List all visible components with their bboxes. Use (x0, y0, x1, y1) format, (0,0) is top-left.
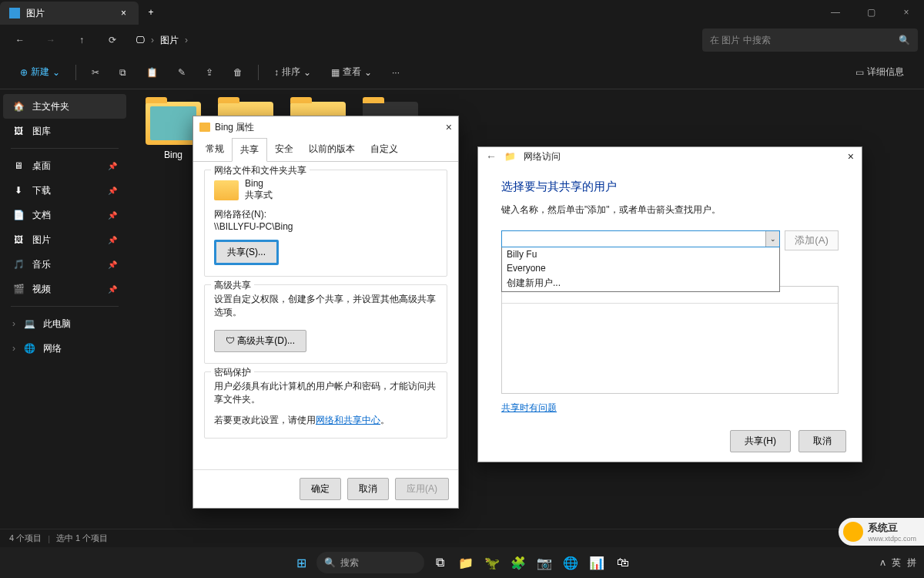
ok-button[interactable]: 确定 (300, 478, 341, 500)
shield-icon: 🛡 (226, 335, 235, 346)
taskview-button[interactable]: ⧉ (429, 552, 450, 573)
taskbar-search[interactable]: 🔍 搜索 (316, 552, 424, 573)
tab-close-icon[interactable]: × (118, 6, 129, 20)
tab-sharing[interactable]: 共享 (232, 138, 267, 162)
delete-button[interactable]: 🗑 (226, 61, 250, 84)
new-button[interactable]: ⊕ 新建 ⌄ (12, 61, 68, 84)
back-button[interactable]: ← (6, 28, 34, 52)
taskbar-app[interactable]: 🧩 (507, 552, 529, 573)
cancel-button[interactable]: 取消 (798, 430, 846, 452)
rename-button[interactable]: ✎ (170, 61, 193, 84)
taskbar: ⊞ 🔍 搜索 ⧉ 📁 🦖 🧩 📷 🌐 📊 🛍 ʌ 英 拼 (0, 547, 924, 578)
taskbar-app[interactable]: 🛍 (612, 552, 634, 573)
sidebar-item-thispc[interactable]: ›💻此电脑 (3, 311, 126, 336)
tab-security[interactable]: 安全 (267, 138, 301, 161)
sort-button[interactable]: ↕ 排序 ⌄ (266, 61, 319, 84)
forward-button[interactable]: → (37, 28, 65, 52)
sidebar-item-videos[interactable]: 🎬视频📌 (3, 277, 126, 301)
sidebar-item-gallery[interactable]: 🖼 图库 (3, 119, 126, 143)
sidebar: 🏠 主文件夹 🖼 图库 🖥桌面📌 ⬇下载📌 📄文档📌 🖼图片📌 🎵音乐📌 🎬视频… (0, 89, 129, 529)
search-box[interactable]: 在 图片 中搜索 🔍 (702, 29, 918, 52)
taskbar-app[interactable]: 📁 (455, 552, 477, 573)
dropdown-option[interactable]: 创建新用户... (502, 275, 779, 291)
share-button[interactable]: 共享(S)... (214, 240, 279, 265)
watermark-url: www.xtdpc.com (868, 535, 916, 543)
sidebar-item-documents[interactable]: 📄文档📌 (3, 203, 126, 227)
dialog-titlebar[interactable]: ← 📁 网络访问 × (478, 147, 862, 166)
system-tray[interactable]: ʌ 英 拼 (880, 556, 916, 570)
back-icon[interactable]: ← (486, 150, 497, 163)
dropdown-button[interactable]: ⌄ (765, 231, 779, 247)
new-tab-button[interactable]: + (139, 0, 163, 25)
section-advanced-sharing: 高级共享 设置自定义权限，创建多个共享，并设置其他高级共享选项。 🛡 高级共享(… (204, 284, 447, 364)
network-icon: 🌐 (23, 342, 35, 355)
sidebar-item-music[interactable]: 🎵音乐📌 (3, 252, 126, 277)
add-button[interactable]: 添加(A) (785, 230, 839, 250)
user-combo[interactable]: ⌄ Billy Fu Everyone 创建新用户... (501, 230, 780, 250)
pin-icon: 📌 (108, 285, 117, 294)
close-button[interactable]: × (889, 0, 924, 25)
tab-active[interactable]: 图片 × (0, 2, 139, 25)
taskbar-app[interactable]: 📷 (534, 552, 555, 573)
chevron-down-icon: ⌄ (364, 67, 372, 78)
trouble-link[interactable]: 共享时有问题 (501, 402, 557, 413)
sidebar-item-home[interactable]: 🏠 主文件夹 (3, 94, 126, 119)
advanced-share-button[interactable]: 🛡 高级共享(D)... (214, 330, 306, 352)
dialog-titlebar[interactable]: Bing 属性 × (193, 116, 458, 138)
dialog-subtext: 键入名称，然后单击"添加"，或者单击箭头查找用户。 (501, 203, 839, 217)
copy-button[interactable]: ⧉ (112, 61, 134, 84)
dropdown-option[interactable]: Everyone (502, 261, 779, 275)
ime-indicator[interactable]: 英 (892, 556, 901, 570)
ime-indicator[interactable]: 拼 (907, 556, 916, 570)
dialog-title: Bing 属性 (215, 121, 254, 134)
minimize-button[interactable]: — (818, 0, 853, 25)
taskbar-app[interactable]: 🌐 (560, 552, 581, 573)
taskbar-app[interactable]: 🦖 (481, 552, 503, 573)
selected-count: 选中 1 个项目 (56, 533, 108, 544)
view-button[interactable]: ▦ 查看 ⌄ (323, 61, 380, 84)
breadcrumb[interactable]: 🖵 › 图片 › (129, 34, 699, 47)
folder-label: Bing (164, 150, 182, 160)
cancel-button[interactable]: 取消 (347, 478, 389, 500)
network-center-link[interactable]: 网络和共享中心 (316, 415, 380, 425)
tab-customize[interactable]: 自定义 (363, 138, 406, 161)
sidebar-item-network[interactable]: ›🌐网络 (3, 336, 126, 361)
share-button[interactable]: ⇪ (198, 61, 221, 84)
start-button[interactable]: ⊞ (290, 552, 312, 573)
refresh-button[interactable]: ⟳ (99, 28, 126, 52)
taskbar-app[interactable]: 📊 (586, 552, 608, 573)
home-icon: 🏠 (12, 100, 25, 113)
cut-button[interactable]: ✂ (84, 61, 107, 84)
titlebar: 图片 × + — ▢ × (0, 0, 924, 25)
sidebar-item-downloads[interactable]: ⬇下载📌 (3, 178, 126, 203)
up-button[interactable]: ↑ (68, 28, 95, 52)
dialog-footer: 共享(H) 取消 (478, 421, 862, 462)
download-icon: ⬇ (12, 184, 25, 197)
share-status: 共享式 (245, 189, 273, 202)
more-button[interactable]: ··· (384, 61, 407, 84)
window-controls: — ▢ × (818, 0, 924, 25)
plus-icon: ⊕ (20, 67, 28, 78)
folder-icon (199, 123, 210, 132)
maximize-button[interactable]: ▢ (853, 0, 889, 25)
breadcrumb-sep: › (185, 35, 188, 45)
pictures-icon (9, 8, 20, 18)
sidebar-item-desktop[interactable]: 🖥桌面📌 (3, 153, 126, 178)
tray-chevron-icon[interactable]: ʌ (880, 557, 886, 568)
pin-icon: 📌 (108, 187, 117, 195)
close-icon[interactable]: × (848, 150, 854, 163)
details-button[interactable]: ▭ 详细信息 (848, 61, 912, 84)
breadcrumb-item[interactable]: 图片 (160, 34, 179, 47)
tab-previous[interactable]: 以前的版本 (301, 138, 363, 161)
tab-general[interactable]: 常规 (198, 138, 232, 161)
sidebar-item-pictures[interactable]: 🖼图片📌 (3, 227, 126, 252)
dropdown-option[interactable]: Billy Fu (502, 247, 779, 261)
user-input[interactable] (501, 230, 780, 247)
share-button[interactable]: 共享(H) (730, 430, 791, 452)
apply-button[interactable]: 应用(A) (395, 478, 449, 500)
close-icon[interactable]: × (446, 121, 452, 133)
sidebar-item-label: 图库 (32, 125, 51, 138)
permissions-table[interactable] (501, 286, 839, 394)
folder-icon (214, 180, 239, 200)
paste-button[interactable]: 📋 (139, 61, 166, 84)
